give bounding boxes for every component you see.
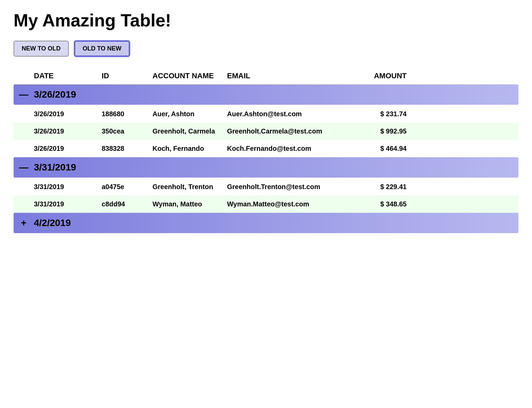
group-header-2[interactable]: — 3/31/2019 [14,157,518,178]
row-name: Wyman, Matteo [152,200,227,208]
row-amount: $ 231.74 [356,110,410,118]
row-name: Greenholt, Carmela [152,127,227,135]
row-id: a0475e [102,183,152,191]
row-date: 3/31/2019 [34,183,102,191]
row-email: Greenholt.Trenton@test.com [227,183,356,191]
col-header-name: ACCOUNT NAME [152,72,227,80]
old-to-new-button[interactable]: OLD TO NEW [74,41,130,57]
row-id: 188680 [102,110,152,118]
sort-buttons: NEW TO OLD OLD TO NEW [14,41,518,57]
row-email: Wyman.Matteo@test.com [227,200,356,208]
row-amount: $ 229.41 [356,183,410,191]
group-date-1: 3/26/2019 [34,89,518,100]
table-row: 3/26/2019 350cea Greenholt, Carmela Gree… [14,123,518,140]
row-id: 350cea [102,127,152,135]
col-header-amount: AMOUNT [356,72,410,80]
group-header-1[interactable]: — 3/26/2019 [14,84,518,105]
table-row: 3/31/2019 c8dd94 Wyman, Matteo Wyman.Mat… [14,196,518,213]
row-amount: $ 464.94 [356,145,410,152]
row-email: Greenholt.Carmela@test.com [227,127,356,135]
main-table: DATE ID ACCOUNT NAME EMAIL AMOUNT — 3/26… [14,69,518,233]
row-name: Auer, Ashton [152,110,227,118]
table-header: DATE ID ACCOUNT NAME EMAIL AMOUNT [14,69,518,83]
group-date-3: 4/2/2019 [34,218,518,228]
row-date: 3/31/2019 [34,200,102,208]
row-id: c8dd94 [102,200,152,208]
row-email: Koch.Fernando@test.com [227,145,356,152]
table-row: 3/31/2019 a0475e Greenholt, Trenton Gree… [14,178,518,196]
group-expand-icon-3[interactable]: + [14,218,34,228]
group-header-3[interactable]: + 4/2/2019 [14,213,518,233]
table-row: 3/26/2019 188680 Auer, Ashton Auer.Ashto… [14,105,518,123]
row-amount: $ 348.65 [356,200,410,208]
col-header-icon [14,72,34,80]
col-header-date: DATE [34,72,102,80]
new-to-old-button[interactable]: NEW TO OLD [14,41,69,57]
row-date: 3/26/2019 [34,145,102,152]
row-name: Koch, Fernando [152,145,227,152]
group-collapse-icon-2[interactable]: — [14,162,34,173]
row-id: 838328 [102,145,152,152]
row-date: 3/26/2019 [34,127,102,135]
row-date: 3/26/2019 [34,110,102,118]
row-name: Greenholt, Trenton [152,183,227,191]
col-header-email: EMAIL [227,72,356,80]
row-email: Auer.Ashton@test.com [227,110,356,118]
group-date-2: 3/31/2019 [34,162,518,173]
page-title: My Amazing Table! [14,10,518,30]
row-amount: $ 992.95 [356,127,410,135]
group-collapse-icon-1[interactable]: — [14,89,34,100]
col-header-id: ID [102,72,152,80]
table-row: 3/26/2019 838328 Koch, Fernando Koch.Fer… [14,140,518,157]
